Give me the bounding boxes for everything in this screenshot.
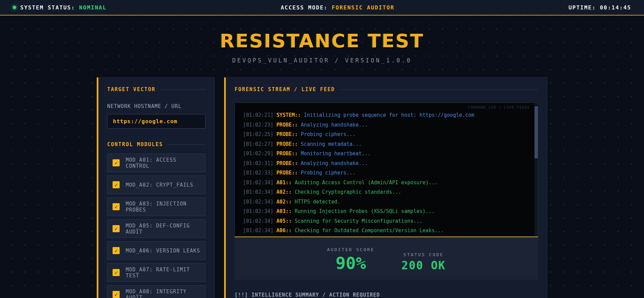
terminal-scrollbar-thumb[interactable] — [534, 106, 538, 158]
log-line: [01:02:34] A08:: Auditing Software/Data … — [243, 236, 530, 237]
module-row[interactable]: ✓MOD_A02: CRYPT_FAILS — [107, 175, 206, 194]
module-label: MOD_A01: ACCESS CONTROL — [126, 157, 200, 169]
control-modules-heading: CONTROL MODULES — [107, 141, 206, 147]
page-background: RESISTANCE TEST DEVOPS_VULN_AUDITOR / VE… — [0, 16, 644, 297]
module-checkbox[interactable]: ✓ — [113, 269, 120, 276]
module-checkbox[interactable]: ✓ — [113, 291, 120, 298]
module-checkbox[interactable]: ✓ — [113, 247, 120, 254]
module-row[interactable]: ✓MOD_A03: INJECTION PROBES — [107, 197, 206, 216]
forensic-stream-heading: FORENSIC STREAM / LIVE FEED — [235, 86, 538, 92]
module-checkbox[interactable]: ✓ — [113, 225, 120, 232]
log-line: [01:02:29] PROBE:: Monitoring heartbeat.… — [243, 149, 530, 159]
log-line: [01:02:34] A02:: Checking Cryptographic … — [243, 187, 530, 197]
page-subtitle: DEVOPS_VULN_AUDITOR / VERSION_1.0.0 — [0, 57, 644, 64]
module-checkbox[interactable]: ✓ — [113, 181, 120, 188]
log-line: [01:02:25] PROBE:: Probing ciphers... — [243, 130, 530, 139]
log-lines: [01:02:21] SYSTEM:: Initializing probe s… — [243, 110, 530, 237]
live-feed-terminal[interactable]: COMMAND_LOG / LIVE_FEEDS [01:02:21] SYST… — [235, 103, 538, 237]
score-strip: AUDITED SCORE 90% STATUS CODE 200 OK — [235, 237, 538, 280]
log-line: [01:02:27] PROBE:: Scanning metadata... — [243, 139, 530, 149]
module-list: ✓MOD_A01: ACCESS CONTROL✓MOD_A02: CRYPT_… — [107, 154, 206, 298]
module-row[interactable]: ✓MOD_A08: INTEGRITY AUDIT — [107, 285, 206, 298]
status-dot-icon — [13, 6, 16, 9]
system-status-label: SYSTEM STATUS: — [20, 4, 75, 11]
log-line: [01:02:34] A05:: Scanning for Security M… — [243, 216, 530, 226]
log-line: [01:02:34] A03:: Running Injection Probe… — [243, 207, 530, 216]
module-row[interactable]: ✓MOD_A01: ACCESS CONTROL — [107, 154, 206, 172]
module-label: MOD_A03: INJECTION PROBES — [126, 201, 200, 213]
module-label: MOD_A06: VERSION LEAKS — [126, 248, 200, 254]
intelligence-summary-heading: [!!] INTELLIGENCE SUMMARY / ACTION REQUI… — [235, 292, 538, 298]
status-code-value: 200 OK — [401, 260, 446, 272]
forensic-stream-panel: FORENSIC STREAM / LIVE FEED COMMAND_LOG … — [224, 77, 547, 298]
log-line: [01:02:33] PROBE:: Probing ciphers... — [243, 168, 530, 178]
module-label: MOD_A08: INTEGRITY AUDIT — [126, 289, 200, 298]
access-mode-value: FORENSIC AUDITOR — [332, 4, 394, 11]
access-mode: ACCESS MODE: FORENSIC AUDITOR — [281, 4, 394, 11]
system-status-value: NOMINAL — [79, 4, 106, 11]
target-vector-panel: TARGET VECTOR NETWORK HOSTNAME / URL CON… — [97, 77, 215, 298]
module-checkbox[interactable]: ✓ — [113, 159, 120, 166]
access-mode-label: ACCESS MODE: — [281, 4, 328, 11]
target-vector-heading: TARGET VECTOR — [107, 86, 206, 92]
hero: RESISTANCE TEST DEVOPS_VULN_AUDITOR / VE… — [0, 30, 644, 64]
top-status-bar: SYSTEM STATUS: NOMINAL ACCESS MODE: FORE… — [0, 0, 644, 16]
audited-score-value: 90% — [327, 255, 375, 272]
module-checkbox[interactable]: ✓ — [113, 203, 120, 210]
module-row[interactable]: ✓MOD_A06: VERSION LEAKS — [107, 241, 206, 260]
main-content: TARGET VECTOR NETWORK HOSTNAME / URL CON… — [97, 77, 547, 298]
audited-score-block: AUDITED SCORE 90% — [327, 247, 375, 272]
system-status: SYSTEM STATUS: NOMINAL — [13, 4, 106, 11]
module-label: MOD_A02: CRYPT_FAILS — [126, 182, 193, 188]
log-line: [01:02:34] A02:: HTTPS detected. — [243, 197, 530, 207]
status-code-label: STATUS CODE — [401, 252, 446, 257]
module-row[interactable]: ✓MOD_A07: RATE-LIMIT TEST — [107, 263, 206, 282]
url-field-label: NETWORK HOSTNAME / URL — [107, 103, 206, 109]
module-row[interactable]: ✓MOD_A05: DEF-CONFIG AUDIT — [107, 219, 206, 238]
log-line: [01:02:23] PROBE:: Analyzing handshake..… — [243, 120, 530, 130]
url-input[interactable] — [107, 114, 206, 129]
uptime: UPTIME: 00:14:45 — [569, 4, 631, 11]
log-line: [01:02:34] A06:: Checking for Outdated C… — [243, 226, 530, 236]
module-label: MOD_A07: RATE-LIMIT TEST — [126, 267, 200, 279]
terminal-scrollbar[interactable] — [534, 103, 538, 236]
log-line: [01:02:31] PROBE:: Analyzing handshake..… — [243, 159, 530, 168]
page-title: RESISTANCE TEST — [0, 30, 644, 52]
module-label: MOD_A05: DEF-CONFIG AUDIT — [126, 223, 200, 235]
audited-score-label: AUDITED SCORE — [327, 247, 375, 252]
log-line: [01:02:21] SYSTEM:: Initializing probe s… — [243, 110, 530, 120]
status-code-block: STATUS CODE 200 OK — [401, 252, 446, 272]
log-line: [01:02:34] A01:: Auditing Access Control… — [243, 178, 530, 188]
terminal-watermark: COMMAND_LOG / LIVE_FEEDS — [468, 105, 530, 110]
